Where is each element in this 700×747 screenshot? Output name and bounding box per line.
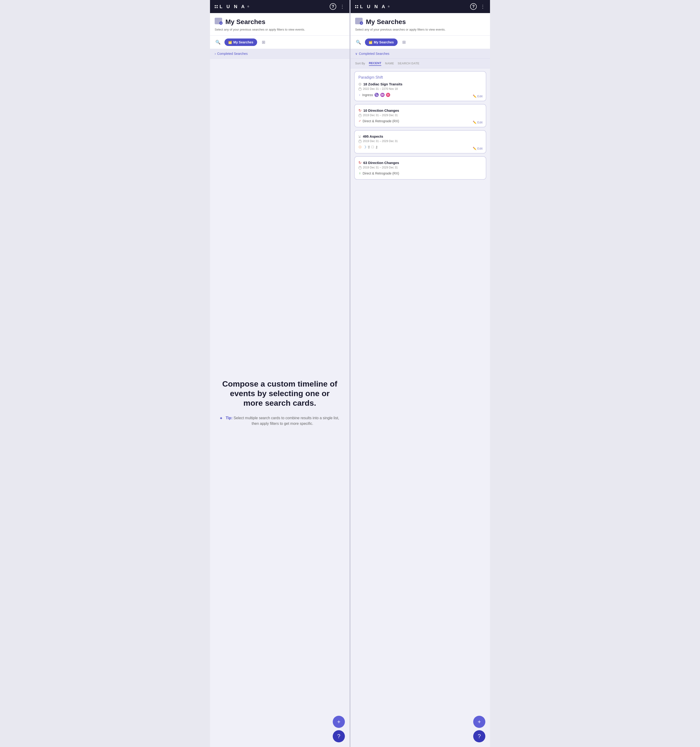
logo-dot (215, 5, 216, 6)
tip-bold-label: Tip: (226, 416, 233, 420)
logo-reg-right: ® (388, 5, 389, 8)
card-name-row-4: ↻ 63 Direction Changes (358, 160, 482, 165)
tip-sparkle-icon: ✦ (219, 415, 223, 422)
completed-searches-label-right: Completed Searches (359, 52, 389, 56)
logo-dot (215, 7, 216, 8)
help-icon[interactable]: ? (330, 3, 336, 10)
tip-description: Select multiple search cards to combine … (234, 416, 339, 425)
logo-text-right: L U N A (360, 4, 386, 9)
direction-icon: ↻ (358, 108, 361, 113)
card-symbols-row-3: ☉ ☽ ☿ □ ⚷ (358, 145, 482, 149)
venus-symbol-icon: ♀ (358, 93, 361, 97)
header-title-row-right: ⊙ My Searches (355, 18, 485, 26)
card-date-range-2: 2019 Dec 31 – 2029 Dec 31 (358, 113, 482, 117)
logo: L U N A® (215, 4, 249, 9)
chevron-down-icon: ∨ (355, 52, 357, 56)
search-card-direction-10[interactable]: ↻ 10 Direction Changes 2019 Dec 31 – 202… (354, 104, 486, 127)
logo-dots-right (355, 5, 358, 8)
card-name: 18 Zodiac Sign Transits (363, 82, 402, 86)
logo-dot (216, 5, 218, 6)
my-searches-tab-button[interactable]: 🗂️ My Searches (224, 38, 257, 46)
sort-date-option[interactable]: SEARCH DATE (398, 61, 419, 65)
completed-searches-bar[interactable]: › Completed Searches (210, 49, 349, 59)
card-name-row-2: ↻ 10 Direction Changes (358, 108, 482, 113)
nav-icons-right: ? ⋮ (470, 3, 485, 10)
edit-pencil-icon-2: ✏️ (473, 121, 476, 124)
card-name-2: 10 Direction Changes (363, 109, 399, 112)
my-searches-header-icon: ⊙ (215, 18, 223, 26)
fab-container: + ? (333, 716, 345, 742)
tip-text: Tip: Select multiple search cards to com… (225, 415, 340, 426)
more-menu-icon[interactable]: ⋮ (340, 4, 345, 9)
my-searches-button-label-right: My Searches (374, 40, 394, 44)
toolbar: 🔍 🗂️ My Searches ⊞ (210, 36, 349, 49)
stacked-pages-icon: ⊙ (215, 18, 222, 24)
edit-button-3[interactable]: ✏️ Edit (473, 147, 482, 150)
card-group-title: Paradigm Shift (358, 76, 482, 80)
page-header: ⊙ My Searches Select any of your previou… (210, 13, 349, 36)
search-card-paradigm-shift[interactable]: Paradigm Shift ⊙ 18 Zodiac Sign Transits… (354, 71, 486, 101)
search-badge-icon-right: ⊙ (360, 21, 363, 25)
zodiac-symbols: ♑ ♒ ♓ (374, 92, 390, 97)
clock-icon-3 (358, 140, 362, 143)
search-card-direction-63[interactable]: ↻ 63 Direction Changes 2019 Dec 31 – 202… (354, 156, 486, 180)
help-icon-right[interactable]: ? (470, 3, 477, 10)
logo-dots (215, 5, 218, 8)
chevron-right-icon: › (215, 52, 216, 56)
tip-section: ✦ Tip: Select multiple search cards to c… (219, 415, 340, 426)
logo-right: L U N A® (355, 4, 390, 9)
sort-recent-option[interactable]: RECENT (369, 61, 381, 66)
page-header-right: ⊙ My Searches Select any of your previou… (351, 13, 490, 36)
searches-icon-right: 🗂️ (369, 41, 372, 44)
empty-state: Compose a custom timeline of events by s… (210, 59, 349, 747)
card-date-range-3: 2019 Dec 31 – 2029 Dec 31 (358, 139, 482, 143)
edit-button-2[interactable]: ✏️ Edit (473, 121, 482, 124)
search-button-right[interactable]: 🔍 (354, 38, 363, 47)
my-searches-button-label: My Searches (233, 40, 253, 44)
mars-icon: ♂ (358, 119, 361, 123)
help-fab-button[interactable]: ? (333, 730, 345, 742)
fab-container-right: + ? (473, 716, 485, 742)
card-name-row: ⊙ 18 Zodiac Sign Transits (358, 82, 482, 86)
add-fab-button-right[interactable]: + (473, 716, 485, 728)
symbol-label-2: Direct & Retrograde (RX) (363, 119, 399, 123)
more-menu-icon-right[interactable]: ⋮ (481, 4, 485, 9)
card-date-range-4: 2019 Dec 31 – 2029 Dec 31 (358, 166, 482, 169)
grid-view-button-right[interactable]: ⊞ (400, 38, 408, 47)
nav-icons: ? ⋮ (330, 3, 345, 10)
venus-icon-2: ♀ (358, 171, 361, 175)
clock-icon (358, 88, 362, 91)
sort-name-option[interactable]: NAME (385, 61, 394, 65)
sort-by-label: Sort By (355, 62, 365, 65)
card-symbols-row-2: ♂ Direct & Retrograde (RX) (358, 119, 482, 123)
page-title: My Searches (225, 18, 265, 26)
sort-bar: Sort By RECENT NAME SEARCH DATE (351, 59, 490, 68)
toolbar-right: 🔍 🗂️ My Searches ⊞ (351, 36, 490, 49)
card-symbols-row: ♀ Ingress ♑ ♒ ♓ (358, 92, 482, 97)
card-name-row-3: ⚺ 495 Aspects (358, 135, 482, 139)
header-title-row: ⊙ My Searches (215, 18, 345, 26)
search-card-aspects-495[interactable]: ⚺ 495 Aspects 2019 Dec 31 – 2029 Dec 31 … (354, 130, 486, 154)
symbol-label: Ingress (362, 93, 373, 97)
top-nav-right: L U N A® ? ⋮ (351, 0, 490, 13)
logo-reg: ® (247, 5, 249, 8)
searches-icon: 🗂️ (228, 41, 232, 44)
search-button[interactable]: 🔍 (214, 38, 222, 47)
my-searches-header-icon-right: ⊙ (355, 18, 364, 26)
card-name-4: 63 Direction Changes (363, 161, 399, 165)
search-badge-icon: ⊙ (219, 21, 222, 25)
logo-dot (355, 7, 356, 8)
edit-label-3: Edit (478, 147, 482, 150)
chain-icon: ⚷ (375, 145, 378, 149)
logo-dot (216, 7, 218, 8)
completed-searches-bar-right[interactable]: ∨ Completed Searches (351, 49, 490, 59)
help-fab-button-right[interactable]: ? (473, 730, 485, 742)
edit-pencil-icon-3: ✏️ (473, 147, 476, 150)
grid-view-button[interactable]: ⊞ (260, 38, 268, 47)
edit-button[interactable]: ✏️ Edit (473, 94, 482, 98)
card-name-3: 495 Aspects (363, 135, 383, 138)
sun-icon: ☉ (358, 145, 362, 149)
add-fab-button[interactable]: + (333, 716, 345, 728)
logo-text: L U N A (219, 4, 246, 9)
my-searches-tab-button-right[interactable]: 🗂️ My Searches (365, 38, 398, 46)
